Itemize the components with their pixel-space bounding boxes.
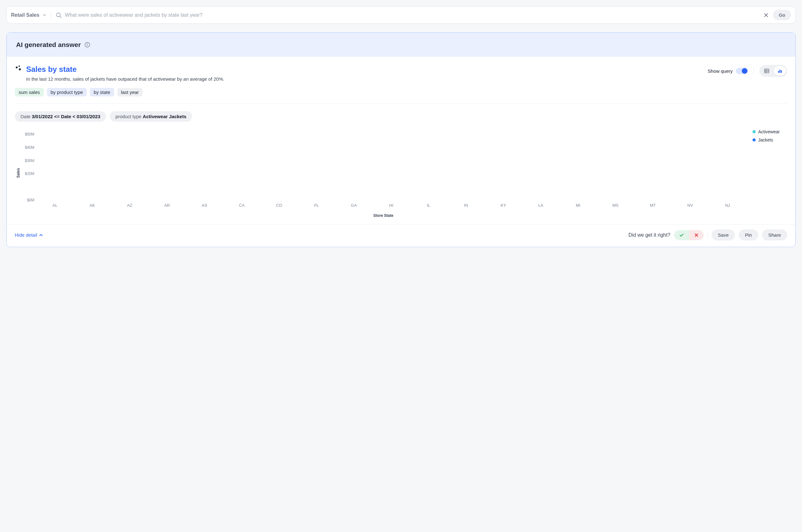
x-tick-label: LA [522, 203, 560, 208]
info-icon[interactable] [85, 42, 90, 48]
gridline: $50M [36, 134, 746, 135]
answer-card: AI generated answer Sales by state In th… [6, 33, 796, 247]
legend-dot [752, 138, 756, 141]
svg-point-7 [19, 69, 21, 70]
close-icon [694, 233, 698, 237]
svg-rect-14 [781, 70, 782, 73]
answer-footer: Hide detail Did we get it right? [7, 224, 795, 247]
answer-body: Sales by state In the last 12 months, sa… [7, 57, 795, 224]
y-axis-label: Sales [15, 168, 20, 178]
chart-title: Sales by state [26, 65, 703, 74]
bars-container [36, 128, 746, 201]
x-tick-label: HI [373, 203, 410, 208]
x-tick-label: NJ [709, 203, 747, 208]
svg-point-5 [16, 66, 18, 69]
pin-button[interactable]: Pin [739, 229, 758, 241]
feedback-buttons [674, 230, 704, 240]
save-button[interactable]: Save [711, 229, 735, 241]
table-view-button[interactable] [761, 66, 773, 76]
right-controls: Show query [708, 65, 787, 77]
scope-label: Retail Sales [11, 12, 39, 18]
chart-area: Sales $0M$20M$30M$40M$50M ALAKAZARASCACO… [15, 128, 787, 218]
chevron-up-icon [39, 233, 43, 237]
query-chip[interactable]: by product type [47, 88, 87, 96]
x-tick-label: MT [634, 203, 672, 208]
divider [753, 68, 754, 74]
divider [707, 232, 708, 239]
scope-select[interactable]: Retail Sales [11, 12, 46, 18]
hide-detail-button[interactable]: Hide detail [15, 232, 43, 238]
gridline: $30M [36, 161, 746, 161]
x-tick-label: IL [410, 203, 447, 208]
feedback-label: Did we get it right? [629, 232, 671, 238]
svg-rect-4 [87, 44, 88, 46]
go-button[interactable]: Go [773, 10, 791, 20]
plot-wrap: Sales $0M$20M$30M$40M$50M ALAKAZARASCACO… [15, 128, 746, 218]
feedback-no-button[interactable] [689, 230, 704, 240]
clear-search-button[interactable] [764, 13, 769, 18]
svg-point-3 [87, 43, 88, 44]
answer-header: AI generated answer [7, 33, 795, 57]
search-input[interactable] [65, 12, 759, 18]
answer-header-title: AI generated answer [16, 41, 81, 49]
y-tick-label: $40M [20, 145, 34, 150]
x-tick-label: GA [335, 203, 373, 208]
feedback-yes-button[interactable] [674, 230, 689, 240]
title-row: Sales by state In the last 12 months, sa… [15, 65, 787, 82]
plot: $0M$20M$30M$40M$50M ALAKAZARASCACOFLGAHI… [20, 128, 746, 218]
x-tick-label: MS [597, 203, 634, 208]
chart-summary: In the last 12 months, sales of jackets … [26, 76, 703, 82]
legend-item-jackets: Jackets [752, 137, 787, 142]
filter-pill[interactable]: Date 3/01/2022 <= Date < 03/01/2023 [15, 111, 106, 122]
share-button[interactable]: Share [762, 229, 787, 241]
x-tick-label: NV [671, 203, 709, 208]
filter-pill[interactable]: product type Activewear Jackets [110, 111, 192, 122]
x-tick-label: CA [223, 203, 261, 208]
filter-pills: Date 3/01/2022 <= Date < 03/01/2023produ… [15, 111, 787, 122]
feedback: Did we get it right? Save Pin Share [629, 229, 787, 241]
chart-view-button[interactable] [774, 66, 786, 76]
x-tick-label: AZ [111, 203, 148, 208]
svg-rect-8 [764, 69, 769, 73]
query-chip[interactable]: sum sales [15, 88, 44, 96]
y-tick-label: $50M [20, 132, 34, 136]
x-tick-label: CO [260, 203, 298, 208]
show-query-control: Show query [708, 68, 748, 74]
x-tick-label: AS [186, 203, 223, 208]
svg-point-0 [56, 13, 60, 17]
show-query-toggle[interactable] [736, 68, 748, 74]
bar-chart-icon [777, 68, 783, 74]
search-icon [55, 12, 62, 18]
table-icon [764, 68, 769, 74]
legend-label: Jackets [758, 137, 773, 142]
chevron-down-icon [42, 13, 46, 17]
y-tick-label: $0M [20, 198, 34, 202]
x-tick-label: MI [559, 203, 597, 208]
svg-rect-12 [778, 71, 779, 73]
svg-line-1 [60, 16, 61, 18]
gridline: $0M [36, 200, 746, 201]
check-icon [679, 233, 684, 238]
gridline: $20M [36, 174, 746, 174]
x-tick-label: AL [36, 203, 74, 208]
legend-label: Activewear [758, 129, 780, 134]
x-tick-label: AK [74, 203, 111, 208]
legend: Activewear Jackets [752, 128, 787, 142]
view-toggle [760, 65, 787, 77]
x-tick-label: KY [485, 203, 522, 208]
divider [15, 103, 787, 104]
search-bar: Retail Sales Go [6, 6, 796, 24]
query-chip[interactable]: by state [90, 88, 114, 96]
query-chips: sum salesby product typeby statelast yea… [15, 88, 787, 96]
query-chip[interactable]: last year [117, 88, 143, 96]
legend-item-activewear: Activewear [752, 129, 787, 134]
svg-point-6 [19, 65, 20, 67]
x-axis: ALAKAZARASCACOFLGAHIILINKYLAMIMSMTNVNJ [36, 203, 746, 208]
y-tick-label: $20M [20, 171, 34, 176]
x-axis-label: Store State [20, 213, 746, 218]
y-tick-label: $30M [20, 158, 34, 163]
close-icon [764, 13, 769, 18]
hide-detail-label: Hide detail [15, 232, 37, 238]
legend-dot [752, 130, 756, 133]
gridline: $40M [36, 148, 746, 148]
